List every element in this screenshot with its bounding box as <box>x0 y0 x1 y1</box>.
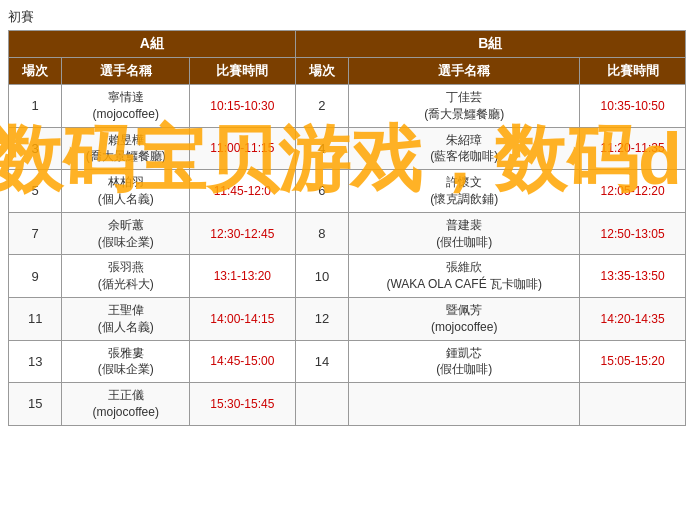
table-cell: 12:30-12:45 <box>189 212 295 255</box>
table-cell: 朱紹璋 (藍客佬咖啡) <box>349 127 580 170</box>
table-row: 11王聖偉 (個人名義)14:00-14:1512暨佩芳 (mojocoffee… <box>9 297 686 340</box>
table-cell: 暨佩芳 (mojocoffee) <box>349 297 580 340</box>
group-a-header: A組 <box>9 31 296 58</box>
table-cell: 9 <box>9 255 62 298</box>
table-row: 9張羽燕 (循光科大)13:1-13:2010張維欣 (WAKA OLA CAF… <box>9 255 686 298</box>
col-player-b: 選手名稱 <box>349 58 580 85</box>
group-b-header: B組 <box>295 31 685 58</box>
table-cell: 余昕蕙 (假味企業) <box>62 212 190 255</box>
table-row: 5林柏羽 (個人名義)11:45-12:06許懷文 (懷克調飲鋪)12:05-1… <box>9 170 686 213</box>
page-title: 初賽 <box>8 8 686 26</box>
table-cell: 10:35-10:50 <box>580 85 686 128</box>
schedule-table: A組 B組 場次 選手名稱 比賽時間 場次 選手名稱 比賽時間 1寧情達 (mo… <box>8 30 686 426</box>
table-cell: 12:50-13:05 <box>580 212 686 255</box>
table-cell: 13 <box>9 340 62 383</box>
table-cell: 許懷文 (懷克調飲鋪) <box>349 170 580 213</box>
table-cell: 4 <box>295 127 348 170</box>
table-cell: 13:35-13:50 <box>580 255 686 298</box>
table-cell: 10:15-10:30 <box>189 85 295 128</box>
table-cell: 王正儀 (mojocoffee) <box>62 383 190 426</box>
table-cell: 王聖偉 (個人名義) <box>62 297 190 340</box>
table-cell <box>295 383 348 426</box>
table-cell: 15:30-15:45 <box>189 383 295 426</box>
table-cell: 8 <box>295 212 348 255</box>
table-row: 7余昕蕙 (假味企業)12:30-12:458普建裴 (假仕咖啡)12:50-1… <box>9 212 686 255</box>
table-cell: 11 <box>9 297 62 340</box>
table-cell: 7 <box>9 212 62 255</box>
table-cell: 14:45-15:00 <box>189 340 295 383</box>
table-cell: 3 <box>9 127 62 170</box>
table-cell: 10 <box>295 255 348 298</box>
col-time-b: 比賽時間 <box>580 58 686 85</box>
table-cell <box>580 383 686 426</box>
table-row: 13張雅婁 (假味企業)14:45-15:0014鍾凱芯 (假仕咖啡)15:05… <box>9 340 686 383</box>
table-cell: 15 <box>9 383 62 426</box>
table-cell: 11:00-11:15 <box>189 127 295 170</box>
table-cell: 丁佳芸 (喬大景鱷餐廳) <box>349 85 580 128</box>
table-cell: 寧情達 (mojocoffee) <box>62 85 190 128</box>
table-cell: 賴昱樺 (喬大景鱷餐廳) <box>62 127 190 170</box>
table-cell: 14 <box>295 340 348 383</box>
table-cell: 2 <box>295 85 348 128</box>
table-cell: 普建裴 (假仕咖啡) <box>349 212 580 255</box>
col-time-a: 比賽時間 <box>189 58 295 85</box>
table-cell: 13:1-13:20 <box>189 255 295 298</box>
table-cell: 5 <box>9 170 62 213</box>
col-match-b: 場次 <box>295 58 348 85</box>
table-cell: 鍾凱芯 (假仕咖啡) <box>349 340 580 383</box>
table-cell: 林柏羽 (個人名義) <box>62 170 190 213</box>
col-player-a: 選手名稱 <box>62 58 190 85</box>
table-cell: 12 <box>295 297 348 340</box>
table-cell: 14:20-14:35 <box>580 297 686 340</box>
table-cell: 張羽燕 (循光科大) <box>62 255 190 298</box>
table-row: 15王正儀 (mojocoffee)15:30-15:45 <box>9 383 686 426</box>
table-cell: 1 <box>9 85 62 128</box>
table-row: 3賴昱樺 (喬大景鱷餐廳)11:00-11:154朱紹璋 (藍客佬咖啡)11:2… <box>9 127 686 170</box>
table-cell: 6 <box>295 170 348 213</box>
table-cell: 12:05-12:20 <box>580 170 686 213</box>
table-cell: 張維欣 (WAKA OLA CAFÉ 瓦卡咖啡) <box>349 255 580 298</box>
table-row: 1寧情達 (mojocoffee)10:15-10:302丁佳芸 (喬大景鱷餐廳… <box>9 85 686 128</box>
table-cell: 15:05-15:20 <box>580 340 686 383</box>
table-cell <box>349 383 580 426</box>
table-cell: 張雅婁 (假味企業) <box>62 340 190 383</box>
col-match-a: 場次 <box>9 58 62 85</box>
table-cell: 14:00-14:15 <box>189 297 295 340</box>
table-cell: 11:45-12:0 <box>189 170 295 213</box>
table-cell: 11:20-11:35 <box>580 127 686 170</box>
